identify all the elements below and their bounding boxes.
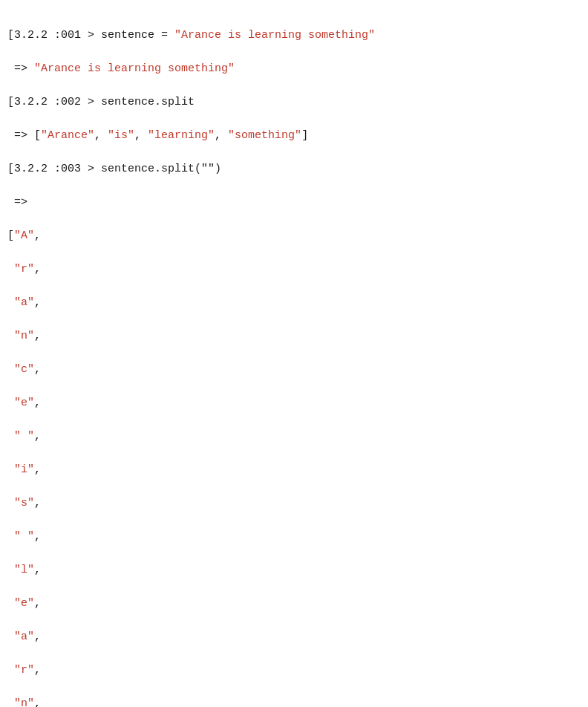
terminal-text-part: " ": [14, 530, 34, 543]
terminal-line: "c",: [7, 362, 581, 379]
terminal-line: "e",: [7, 395, 581, 412]
terminal-text-part: "a": [14, 296, 34, 309]
terminal-text-part: ,: [94, 129, 108, 142]
terminal-line: [3.2.2 :001 > sentence = "Arance is lear…: [7, 27, 581, 45]
terminal-text-part: ]: [301, 129, 308, 142]
terminal-line: => "Arance is learning something": [7, 61, 581, 78]
terminal-text-part: ,: [34, 463, 41, 476]
terminal-text-part: "e": [14, 597, 34, 610]
terminal-text-part: [7, 597, 14, 610]
terminal-line: =>: [7, 195, 581, 212]
terminal-text-part: [7, 697, 14, 708]
terminal-text-part: ,: [34, 330, 41, 342]
terminal-text-part: ,: [34, 229, 41, 242]
terminal-text-part: "a": [14, 631, 34, 643]
terminal-line: => ["Arance", "is", "learning", "somethi…: [7, 128, 581, 145]
terminal-line: "a",: [7, 629, 581, 646]
terminal-text-part: [7, 397, 14, 409]
terminal-text-part: "r": [14, 664, 34, 677]
terminal-text-part: [3.2.2 :001 > sentence =: [7, 29, 174, 42]
terminal-line: "n",: [7, 328, 581, 345]
terminal-line: "r",: [7, 662, 581, 680]
terminal-text-part: "A": [14, 229, 34, 242]
terminal-line: ["A",: [7, 228, 581, 245]
terminal-text-part: [3.2.2 :002 > sentence.split: [7, 96, 195, 108]
terminal-line: " ",: [7, 529, 581, 546]
terminal-text-part: ,: [34, 530, 41, 543]
terminal-text-part: [7, 631, 14, 643]
terminal-line: "a",: [7, 295, 581, 312]
terminal-text-part: "r": [14, 263, 34, 276]
terminal-line: "s",: [7, 495, 581, 512]
terminal-text-part: "c": [14, 363, 34, 376]
terminal-text-part: [7, 363, 14, 376]
terminal-text-part: ,: [134, 129, 148, 142]
terminal-line: "e",: [7, 596, 581, 613]
terminal-text-part: [7, 564, 14, 576]
terminal-text-part: "n": [14, 697, 34, 708]
terminal-text-part: =>: [7, 196, 27, 209]
terminal-text-part: [7, 463, 14, 476]
terminal-text-part: " ": [14, 430, 34, 443]
terminal-text-part: => [: [7, 129, 41, 142]
terminal-text-part: [7, 263, 14, 276]
terminal-text-part: [3.2.2 :003 > sentence.split(""): [7, 163, 221, 175]
terminal-text-part: ,: [34, 597, 41, 610]
terminal-text-part: ,: [34, 296, 41, 309]
terminal-text-part: "Arance is learning something": [174, 29, 375, 42]
terminal-text-part: ,: [34, 430, 41, 443]
terminal-text-part: [: [7, 229, 14, 242]
terminal-text-part: "Arance": [41, 129, 94, 142]
terminal-text-part: ,: [34, 664, 41, 677]
terminal-text-part: "l": [14, 564, 34, 576]
terminal-text-part: ,: [34, 697, 41, 708]
terminal-text-part: ,: [34, 263, 41, 276]
terminal-line: "i",: [7, 462, 581, 479]
terminal-text-part: [7, 530, 14, 543]
terminal-line: " ",: [7, 429, 581, 446]
terminal-text-part: ,: [34, 564, 41, 576]
terminal-text-part: "e": [14, 397, 34, 409]
terminal-text-part: =>: [7, 62, 34, 75]
terminal-line: [3.2.2 :003 > sentence.split(""): [7, 161, 581, 178]
terminal-text-part: ,: [34, 497, 41, 509]
terminal-text-part: "Arance is learning something": [34, 62, 235, 75]
terminal-text-part: "is": [108, 129, 134, 142]
terminal-line: "r",: [7, 261, 581, 278]
terminal-line: "n",: [7, 696, 581, 708]
terminal-line: "l",: [7, 562, 581, 579]
terminal-line: [3.2.2 :002 > sentence.split: [7, 94, 581, 111]
terminal-text-part: ,: [215, 129, 228, 142]
terminal-text-part: "learning": [148, 129, 215, 142]
terminal-text-part: [7, 664, 14, 677]
terminal-text-part: "something": [228, 129, 301, 142]
terminal-text-part: [7, 296, 14, 309]
terminal-text-part: "s": [14, 497, 34, 509]
terminal-text-part: ,: [34, 363, 41, 376]
terminal-text-part: [7, 430, 14, 443]
terminal-text-part: [7, 330, 14, 342]
terminal-text-part: ,: [34, 631, 41, 643]
terminal-text-part: [7, 497, 14, 509]
terminal-output: [3.2.2 :001 > sentence = "Arance is lear…: [0, 6, 588, 707]
terminal-text-part: ,: [34, 397, 41, 409]
terminal-text-part: "n": [14, 330, 34, 342]
terminal-text-part: "i": [14, 463, 34, 476]
